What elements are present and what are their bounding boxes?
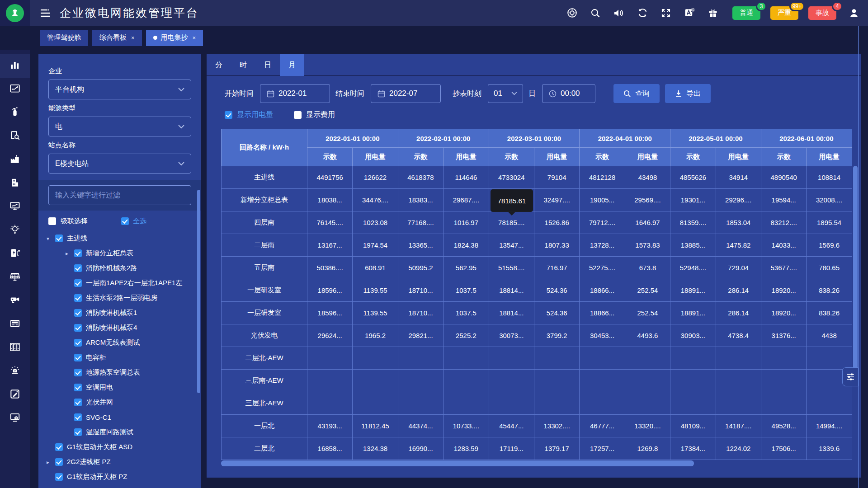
value-cell[interactable] [625,392,670,415]
tree-item-label[interactable]: 新增分立柜总表 [86,249,133,258]
station-select[interactable]: E楼变电站 [48,154,191,174]
tree-checkbox[interactable] [74,339,82,347]
value-cell[interactable] [398,370,443,392]
value-cell[interactable]: 1037.5 [443,302,489,324]
value-cell[interactable]: 673.8 [625,257,670,279]
fullscreen-icon[interactable] [660,7,672,19]
value-cell[interactable]: 2525.2 [443,324,489,347]
table-vertical-scrollbar[interactable] [853,166,859,460]
menu-toggle-icon[interactable] [40,9,51,18]
tree-item-label[interactable]: 空调用电 [86,383,113,392]
tree-item-label[interactable]: 消防栓机械泵2路 [86,264,137,272]
tree-item[interactable]: ▸新增分立柜总表 [45,246,201,261]
tree-item-label[interactable]: 电容柜 [86,353,106,362]
value-cell[interactable]: 17384... [670,437,716,460]
value-cell[interactable] [670,347,716,370]
value-cell[interactable]: 45447... [489,415,534,437]
value-cell[interactable]: 34914 [716,166,761,189]
value-cell[interactable]: 18891... [670,302,716,324]
value-cell[interactable]: 18383... [398,189,443,211]
value-cell[interactable] [489,347,534,370]
tree-item[interactable]: 温湿度回路测试 [45,425,201,440]
tree-item-label[interactable]: G1软启动开关柜 ASD [67,443,132,451]
value-cell[interactable] [580,370,625,392]
tree-item[interactable]: ▾主进线 [45,231,201,246]
value-cell[interactable] [443,392,489,415]
value-cell[interactable]: 18866... [580,302,625,324]
value-cell[interactable]: 50386.... [307,257,353,279]
value-cell[interactable] [716,392,761,415]
value-cell[interactable]: 4438 [807,324,852,347]
value-cell[interactable]: 524.36 [534,302,579,324]
value-cell[interactable]: 1339.6 [807,437,852,460]
value-cell[interactable]: 13547... [489,234,534,257]
value-cell[interactable] [307,370,353,392]
value-cell[interactable]: 29624... [307,324,353,347]
search-button[interactable]: 查询 [613,84,660,103]
tree-item-label[interactable]: 一层南1APE2右一层北1APE1左 [86,279,182,287]
tree-item-label[interactable]: 主进线 [67,234,87,243]
value-cell[interactable]: 32497.... [534,189,579,211]
alarm-badge[interactable]: 严重99+ [770,6,798,20]
value-cell[interactable]: 252.54 [625,279,670,302]
value-cell[interactable]: 19301... [670,189,716,211]
start-time-input[interactable]: 2022-01 [260,84,330,103]
scrollbar-thumb[interactable] [221,460,694,466]
value-cell[interactable]: 1037.5 [443,279,489,302]
value-cell[interactable]: 14033... [761,234,806,257]
tree-item[interactable]: 电容柜 [45,350,201,365]
value-cell[interactable]: 1824.38 [443,234,489,257]
meter-day-select[interactable]: 01 [488,84,523,103]
tree-item-label[interactable]: ARCM无线表测试 [86,338,140,347]
select-all-label[interactable]: 全选 [133,217,146,225]
value-cell[interactable]: 1965.2 [353,324,398,347]
value-cell[interactable]: 52948.... [670,257,716,279]
sidebar-item-bar-chart[interactable] [0,54,30,78]
value-cell[interactable] [398,347,443,370]
tree-checkbox[interactable] [74,369,82,376]
value-cell[interactable] [670,392,716,415]
value-cell[interactable]: 4812128 [580,166,625,189]
tree-item[interactable]: 一层南1APE2右一层北1APE1左 [45,276,201,291]
sidebar-item-solar-panel[interactable] [0,266,30,289]
value-cell[interactable]: 16858... [307,437,353,460]
user-icon[interactable] [848,7,860,19]
value-cell[interactable]: 13365... [398,234,443,257]
value-cell[interactable] [534,347,579,370]
tree-item-label[interactable]: 温湿度回路测试 [86,428,133,436]
value-cell[interactable]: 18710... [398,279,443,302]
tree-item-label[interactable]: 光伏并网 [86,398,113,407]
tree-item[interactable]: 光伏并网 [45,395,201,410]
value-cell[interactable]: 18814... [489,302,534,324]
value-cell[interactable]: 126622 [353,166,398,189]
tree-item[interactable]: ▸FC演示箱 [45,484,201,488]
tree-item-label[interactable]: SVG-C1 [86,413,111,421]
caret-right-icon[interactable]: ▸ [45,459,51,465]
value-cell[interactable] [761,392,806,415]
value-cell[interactable] [716,370,761,392]
value-cell[interactable]: 16990... [398,437,443,460]
value-cell[interactable]: 1853.04 [716,211,761,234]
value-cell[interactable]: 1569.6 [807,234,852,257]
value-cell[interactable]: 1974.54 [353,234,398,257]
tree-item[interactable]: 消防喷淋机械泵1 [45,305,201,320]
value-cell[interactable]: 30073... [489,324,534,347]
value-cell[interactable] [398,392,443,415]
value-cell[interactable] [443,370,489,392]
sidebar-item-building-medical[interactable] [0,172,30,195]
value-cell[interactable]: 1023.08 [353,211,398,234]
column-settings-handle[interactable] [842,367,859,386]
value-cell[interactable]: 44374... [398,415,443,437]
value-cell[interactable] [807,347,852,370]
select-all-checkbox[interactable] [121,217,129,225]
refresh-icon[interactable] [637,7,648,19]
value-cell[interactable]: 114646 [443,166,489,189]
sidebar-item-fire-extinguisher[interactable] [0,101,30,125]
sidebar-item-cabinets[interactable] [0,336,30,360]
value-cell[interactable]: 17257... [580,437,625,460]
cascade-checkbox[interactable] [48,217,56,225]
value-cell[interactable]: 13167... [307,234,353,257]
show-cost-checkbox[interactable] [294,111,302,119]
value-cell[interactable]: 77168.... [398,211,443,234]
value-cell[interactable]: 1475.82 [716,234,761,257]
